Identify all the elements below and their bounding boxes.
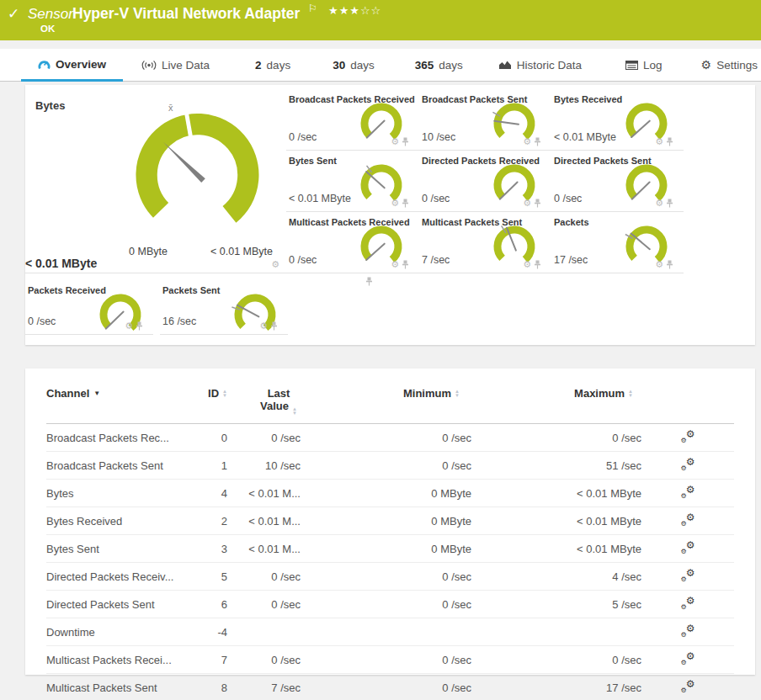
channel-name[interactable]: Broadcast Packets Sent [46, 459, 194, 472]
channel-table-panel: Channel▼ ID▲▼ Last Value▲▼ Minimum▲▼ Max… [25, 369, 755, 675]
channel-name[interactable]: Downtime [46, 626, 194, 639]
channel-settings-gears-icon[interactable]: ⚙⚙ [681, 681, 695, 694]
table-row[interactable]: Broadcast Packets Rec... 0 0 /sec 0 /sec… [46, 424, 734, 452]
table-row[interactable]: Multicast Packets Sent 8 7 /sec 0 /sec 1… [46, 674, 734, 700]
area-chart-icon [498, 60, 512, 70]
gear-icon[interactable]: ⚙ [259, 321, 268, 331]
channel-name[interactable]: Multicast Packets Sent [46, 681, 194, 694]
gear-icon[interactable]: ⚙ [523, 137, 531, 146]
gear-icon[interactable]: ⚙ [655, 199, 663, 208]
object-kind-label: Sensor [28, 6, 73, 23]
priority-flag-icon[interactable]: ⚐ [308, 3, 317, 14]
channel-tools: ⚙ [125, 321, 143, 331]
channel-last-value: 0 /sec [227, 598, 301, 611]
channel-tools: ⚙ [655, 199, 673, 208]
pin-icon[interactable] [534, 260, 541, 269]
gear-icon[interactable]: ⚙ [523, 199, 531, 208]
main-gauge-value: < 0.01 MByte [25, 257, 97, 270]
channel-name[interactable]: Directed Packets Sent [46, 598, 194, 611]
channel-last-value: 7 /sec [227, 681, 301, 694]
channel-name[interactable]: Bytes [46, 487, 194, 500]
channel-settings-gears-icon[interactable]: ⚙⚙ [681, 653, 695, 666]
column-header-maximum[interactable]: Maximum▲▼ [471, 387, 641, 400]
channel-id: 7 [194, 654, 227, 666]
main-gauge-max-label: < 0.01 MByte [204, 246, 279, 257]
table-row[interactable]: Bytes Received 2 < 0.01 M... 0 MByte < 0… [46, 507, 734, 535]
table-row[interactable]: Directed Packets Receiv... 5 0 /sec 0 /s… [46, 563, 734, 591]
channel-settings-gears-icon[interactable]: ⚙⚙ [681, 486, 695, 500]
channel-maximum: < 0.01 MByte [471, 487, 641, 500]
tab-settings[interactable]: ⚙ Settings [701, 49, 758, 81]
sort-desc-icon: ▼ [93, 390, 100, 397]
channel-maximum: 5 /sec [471, 598, 641, 611]
tab-historic-data[interactable]: Historic Data [498, 49, 582, 81]
pin-icon[interactable] [666, 260, 673, 269]
table-row[interactable]: Bytes 4 < 0.01 M... 0 MByte < 0.01 MByte… [46, 480, 734, 507]
pin-icon[interactable] [666, 199, 673, 208]
gauge-title: Packets [554, 217, 589, 227]
channel-last-value: < 0.01 M... [227, 515, 301, 528]
channel-settings-gears-icon[interactable]: ⚙⚙ [681, 514, 695, 528]
channel-settings-gears-icon[interactable]: ⚙⚙ [681, 459, 695, 472]
tab-30-days[interactable]: 30 days [333, 49, 375, 81]
gauge-title: Bytes Sent [289, 156, 337, 166]
column-header-minimum[interactable]: Minimum▲▼ [301, 387, 471, 400]
table-row[interactable]: Downtime -4 ⚙⚙ [46, 618, 734, 646]
channel-name[interactable]: Bytes Received [46, 515, 194, 528]
channel-minimum: 0 /sec [301, 598, 471, 611]
table-row[interactable]: Multicast Packets Recei... 7 0 /sec 0 /s… [46, 646, 734, 674]
pin-icon[interactable] [402, 260, 409, 269]
channel-name[interactable]: Multicast Packets Recei... [46, 654, 194, 666]
table-row[interactable]: Bytes Sent 3 < 0.01 M... 0 MByte < 0.01 … [46, 535, 734, 563]
sort-icon: ▲▼ [292, 407, 297, 415]
channel-tools: ⚙ [391, 260, 409, 269]
channel-last-value: < 0.01 M... [227, 487, 301, 500]
channel-name[interactable]: Directed Packets Receiv... [46, 570, 194, 583]
channel-settings-gears-icon[interactable]: ⚙⚙ [681, 570, 695, 583]
channel-name[interactable]: Broadcast Packets Rec... [46, 432, 194, 444]
channel-minimum: 0 /sec [301, 654, 471, 666]
pin-icon[interactable] [402, 137, 409, 146]
priority-stars[interactable]: ★★★☆☆ [328, 4, 381, 17]
pin-icon[interactable] [534, 199, 541, 208]
gear-icon[interactable]: ⚙ [391, 199, 399, 208]
channel-settings-gears-icon[interactable]: ⚙⚙ [681, 625, 695, 639]
channel-last-value: 0 /sec [227, 570, 301, 583]
tab-overview[interactable]: Overview [21, 49, 123, 82]
pin-icon[interactable] [365, 277, 373, 286]
channel-tools: ⚙ [391, 137, 409, 146]
tab-2-days[interactable]: 2 days [255, 49, 290, 81]
sort-icon: ▲▼ [455, 390, 460, 397]
tab-log[interactable]: Log [625, 49, 663, 81]
channel-settings-gears-icon[interactable]: ⚙⚙ [681, 431, 695, 444]
pin-icon[interactable] [666, 137, 673, 146]
channel-tools: ⚙ [523, 199, 541, 208]
gear-icon[interactable]: ⚙ [271, 260, 279, 269]
gear-icon[interactable]: ⚙ [391, 260, 399, 269]
channel-settings-gears-icon[interactable]: ⚙⚙ [681, 542, 695, 555]
gauges-panel: Bytes x̄ 0 MByte < 0.01 MByte < 0.01 MBy… [25, 85, 755, 345]
tab-365-days[interactable]: 365 days [415, 49, 463, 81]
column-header-channel[interactable]: Channel▼ [46, 387, 194, 400]
pin-icon[interactable] [402, 199, 409, 208]
gear-icon: ⚙ [701, 59, 712, 71]
table-row[interactable]: Broadcast Packets Sent 1 10 /sec 0 /sec … [46, 452, 734, 480]
pin-icon[interactable] [136, 321, 143, 331]
channel-settings-gears-icon[interactable]: ⚙⚙ [681, 597, 695, 611]
gear-icon[interactable]: ⚙ [655, 260, 663, 269]
gear-icon[interactable]: ⚙ [523, 260, 531, 269]
channel-name[interactable]: Bytes Sent [46, 543, 194, 555]
column-header-id[interactable]: ID▲▼ [194, 387, 227, 400]
gauge-value: 16 /sec [162, 316, 196, 327]
gauge-value: 7 /sec [422, 254, 450, 266]
pin-icon[interactable] [270, 321, 278, 331]
gear-icon[interactable]: ⚙ [391, 137, 399, 146]
column-header-last-value[interactable]: Last Value▲▼ [227, 387, 301, 415]
gauge-value: 10 /sec [422, 131, 455, 143]
gear-icon[interactable]: ⚙ [125, 321, 133, 331]
gear-icon[interactable]: ⚙ [655, 137, 663, 146]
pin-icon[interactable] [534, 137, 541, 146]
tab-live-data[interactable]: Live Data [141, 49, 210, 81]
table-row[interactable]: Directed Packets Sent 6 0 /sec 0 /sec 5 … [46, 591, 734, 618]
channel-id: 4 [194, 487, 227, 500]
